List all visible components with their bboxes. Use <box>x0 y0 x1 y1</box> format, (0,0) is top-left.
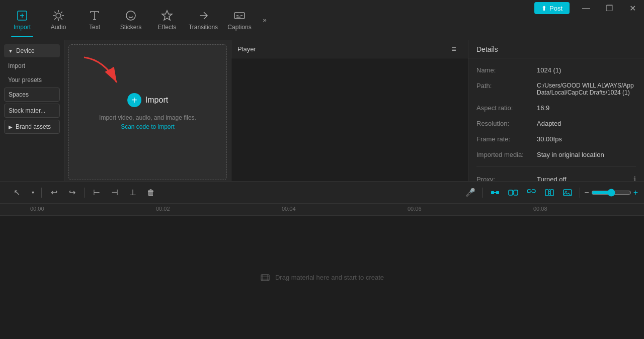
svg-rect-14 <box>545 190 548 196</box>
mic-icon: 🎤 <box>465 188 475 197</box>
imported-value: Stay in original location <box>537 151 636 158</box>
toolbar-item-effects[interactable]: Effects <box>149 2 185 38</box>
sidebar-brand-button[interactable]: ▶ Brand assets <box>4 120 60 134</box>
snap-icon <box>490 188 500 198</box>
split-button[interactable]: ⊢ <box>89 185 105 201</box>
sidebar-stock-button[interactable]: Stock mater... <box>4 104 60 118</box>
aspect-value: 16:9 <box>537 104 636 112</box>
ruler-mark-3: 00:06 <box>408 206 422 212</box>
titlebar: ⬆ Post — ❐ ✕ <box>534 0 644 16</box>
player-area: Player ≡ <box>231 40 468 181</box>
import-card[interactable]: + Import Import video, audio, and image … <box>68 44 227 180</box>
detail-framerate-row: Frame rate: 30.00fps <box>476 135 636 143</box>
undo-button[interactable]: ↩ <box>46 185 62 201</box>
trash-icon: 🗑 <box>147 188 155 197</box>
import-icon <box>16 10 28 22</box>
details-panel: Details Name: 1024 (1) Path: C:/Users/GO… <box>468 40 644 181</box>
resolution-label: Resolution: <box>476 120 537 127</box>
effects-icon <box>161 10 173 22</box>
imported-label: Imported media: <box>476 151 537 158</box>
detail-name-row: Name: 1024 (1) <box>476 66 636 74</box>
svg-rect-6 <box>491 191 494 194</box>
cursor-icon: ↖ <box>14 188 20 197</box>
trim-right-button[interactable]: ⊥ <box>125 185 141 201</box>
chevron-right-icon: ▶ <box>9 124 13 130</box>
path-label: Path: <box>476 82 537 90</box>
svg-rect-19 <box>261 275 269 281</box>
toolbar-item-captions[interactable]: Captions <box>221 2 258 38</box>
minimize-button[interactable]: — <box>575 0 598 16</box>
toolbar-item-audio[interactable]: Audio <box>40 2 76 38</box>
proxy-value: Turned off <box>537 176 631 182</box>
sidebar-spaces-button[interactable]: Spaces <box>4 88 60 102</box>
divider-3 <box>482 188 483 198</box>
chain-icon <box>526 188 536 198</box>
trim-left-icon: ⊣ <box>111 188 118 197</box>
bottom-toolbar: ↖ ▾ ↩ ↪ ⊢ ⊣ ⊥ 🗑 🎤 <box>0 181 644 203</box>
toolbar-item-stickers[interactable]: Stickers <box>113 2 149 38</box>
toolbar-item-import[interactable]: Import <box>4 2 40 38</box>
details-body: Name: 1024 (1) Path: C:/Users/GOOD WILL … <box>468 58 644 181</box>
divider-1 <box>41 188 42 198</box>
detail-imported-row: Imported media: Stay in original locatio… <box>476 151 636 158</box>
svg-rect-7 <box>496 191 499 194</box>
image-button[interactable] <box>559 185 576 201</box>
select-dropdown-button[interactable]: ▾ <box>28 185 37 201</box>
chain-button[interactable] <box>523 185 539 201</box>
delete-button[interactable]: 🗑 <box>143 185 159 201</box>
player-header: Player ≡ <box>231 40 468 58</box>
toolbar-item-text[interactable]: Text <box>76 2 113 38</box>
ruler-mark-4: 00:08 <box>533 206 547 212</box>
path-value: C:/Users/GOOD WILL ALWAYS/AppData/Local/… <box>537 82 636 96</box>
detail-proxy-row: Proxy: Turned off ℹ <box>476 175 636 181</box>
main-content: ▼ Device Import Your presets Spaces Stoc… <box>0 40 644 181</box>
mic-button[interactable]: 🎤 <box>462 185 478 201</box>
arrow-annotation <box>74 50 139 95</box>
player-menu-button[interactable]: ≡ <box>446 41 462 57</box>
ruler-mark-1: 00:02 <box>156 206 170 212</box>
scan-code-link[interactable]: Scan code to import <box>121 123 175 130</box>
timeline-ruler: 00:00 00:02 00:04 00:06 00:08 <box>0 204 644 216</box>
close-button[interactable]: ✕ <box>621 0 644 16</box>
sidebar-device-group[interactable]: ▼ Device <box>4 44 60 57</box>
link-button[interactable] <box>505 185 521 201</box>
sidebar-item-presets[interactable]: Your presets <box>4 73 60 87</box>
trim-left-button[interactable]: ⊣ <box>107 185 123 201</box>
audio-icon <box>52 10 64 22</box>
framerate-value: 30.00fps <box>537 135 636 143</box>
left-sidebar: ▼ Device Import Your presets Spaces Stoc… <box>0 40 64 181</box>
redo-button[interactable]: ↪ <box>64 185 80 201</box>
select-tool-button[interactable]: ↖ <box>6 185 27 201</box>
detail-path-row: Path: C:/Users/GOOD WILL ALWAYS/AppData/… <box>476 82 636 96</box>
sidebar-item-import[interactable]: Import <box>4 59 60 72</box>
redo-icon: ↪ <box>69 188 75 197</box>
text-icon <box>89 10 101 22</box>
upload-icon: ⬆ <box>541 5 547 12</box>
chevron-down-icon: ▼ <box>8 48 13 54</box>
split2-icon <box>544 188 554 198</box>
name-label: Name: <box>476 66 537 74</box>
divider-2 <box>84 188 85 198</box>
svg-rect-4 <box>234 13 245 19</box>
expand-toolbar-button[interactable]: » <box>258 2 272 38</box>
post-button[interactable]: ⬆ Post <box>534 2 570 14</box>
svg-point-18 <box>566 191 567 192</box>
link-icon <box>508 188 518 198</box>
zoom-slider[interactable] <box>591 189 631 197</box>
zoom-plus-icon: + <box>633 188 638 197</box>
toolbar-item-transitions[interactable]: Transitions <box>185 2 221 38</box>
app-container: Import Audio Text Stickers <box>0 0 644 339</box>
snap-button[interactable] <box>487 185 503 201</box>
ruler-mark-0: 00:00 <box>30 206 44 212</box>
resolution-value: Adapted <box>537 120 636 127</box>
details-title: Details <box>476 45 498 53</box>
detail-resolution-row: Resolution: Adapted <box>476 120 636 127</box>
undo-icon: ↩ <box>51 188 57 197</box>
film-icon <box>260 273 270 283</box>
ruler-mark-2: 00:04 <box>282 206 296 212</box>
import-description: Import video, audio, and image files. Sc… <box>99 113 196 131</box>
split2-button[interactable] <box>541 185 557 201</box>
transitions-icon <box>197 10 209 22</box>
maximize-button[interactable]: ❐ <box>598 0 621 16</box>
details-divider <box>476 166 636 167</box>
